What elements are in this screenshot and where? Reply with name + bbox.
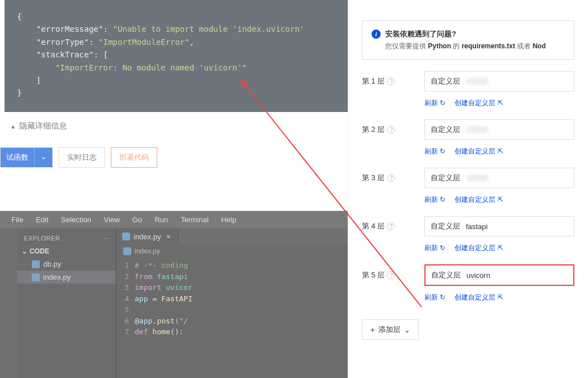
layer-3-label: 第 3 层 ? xyxy=(362,173,402,183)
deploy-code-button[interactable]: 部署代码 xyxy=(111,147,157,168)
test-function-label: 试函数 xyxy=(1,148,35,167)
realtime-log-button[interactable]: 实时日志 xyxy=(59,147,105,168)
refresh-link[interactable]: 刷新 ↻ xyxy=(424,293,445,302)
svg-rect-2 xyxy=(122,232,130,240)
info-title: 安装依赖遇到了问题? xyxy=(385,29,456,39)
help-icon[interactable]: ? xyxy=(387,271,395,279)
refresh-link[interactable]: 刷新 ↻ xyxy=(424,98,445,108)
create-layer-link[interactable]: 创建自定义层 ⇱ xyxy=(454,147,503,156)
layer-5-input[interactable]: 自定义层uvicorn xyxy=(424,264,574,286)
code-editor: File Edit Selection View Go Run Terminal… xyxy=(0,211,348,378)
create-layer-link[interactable]: 创建自定义层 ⇱ xyxy=(454,243,503,253)
layer-2-input[interactable]: 自定义层 xyxy=(424,119,574,140)
close-icon[interactable]: × xyxy=(164,232,172,241)
layer-1-label: 第 1 层 ? xyxy=(362,76,402,86)
help-icon[interactable]: ? xyxy=(387,222,395,230)
code-content[interactable]: 1# -*- coding 2from fastapi 3import uvic… xyxy=(116,257,348,338)
help-icon[interactable]: ? xyxy=(387,126,395,134)
tab-index-py[interactable]: index.py × xyxy=(116,228,178,245)
hide-details-toggle[interactable]: ▲ 隐藏详细信息 xyxy=(0,112,77,139)
refresh-link[interactable]: 刷新 ↻ xyxy=(424,243,445,253)
menu-edit[interactable]: Edit xyxy=(30,213,54,226)
info-box: i 安装依赖遇到了问题? 您仅需要提供 Python 的 requirement… xyxy=(362,20,574,60)
info-subtitle: 您仅需要提供 Python 的 requirements.txt 或者 Nod xyxy=(372,41,565,51)
help-icon[interactable]: ? xyxy=(387,174,395,182)
add-layer-button[interactable]: + 添加层 ⌄ xyxy=(362,319,419,340)
code-folder[interactable]: ⌄ CODE xyxy=(17,245,116,257)
file-db-py[interactable]: db.py xyxy=(17,257,116,271)
python-icon xyxy=(32,273,40,281)
activity-bar xyxy=(0,228,17,378)
create-layer-link[interactable]: 创建自定义层 ⇱ xyxy=(454,195,503,205)
triangle-up-icon: ▲ xyxy=(10,123,16,130)
layer-2-label: 第 2 层 ? xyxy=(362,124,402,135)
refresh-link[interactable]: 刷新 ↻ xyxy=(424,147,445,156)
menu-selection[interactable]: Selection xyxy=(55,213,97,226)
create-layer-link[interactable]: 创建自定义层 ⇱ xyxy=(454,98,503,108)
menu-terminal[interactable]: Terminal xyxy=(175,213,214,226)
svg-rect-1 xyxy=(32,273,40,281)
chevron-down-icon[interactable]: ⌄ xyxy=(35,148,52,167)
explorer-label: EXPLORER xyxy=(24,235,60,242)
plus-icon: + xyxy=(370,326,375,334)
file-index-py[interactable]: index.py xyxy=(17,271,116,284)
python-icon xyxy=(32,260,40,268)
chevron-down-icon: ⌄ xyxy=(22,247,27,255)
menu-view[interactable]: View xyxy=(98,213,126,226)
more-icon[interactable]: ··· xyxy=(103,235,109,242)
create-layer-link[interactable]: 创建自定义层 ⇱ xyxy=(454,293,503,302)
layer-3-input[interactable]: 自定义层 xyxy=(424,168,574,188)
explorer-panel: EXPLORER ··· ⌄ CODE db.py index.py xyxy=(17,228,116,378)
menu-file[interactable]: File xyxy=(6,213,29,226)
error-output: { "errorMessage": "Unable to import modu… xyxy=(5,0,348,112)
layer-4-input[interactable]: 自定义层fastapi xyxy=(424,216,574,236)
help-icon[interactable]: ? xyxy=(387,77,395,85)
python-icon xyxy=(122,232,130,240)
menu-run[interactable]: Run xyxy=(149,213,174,226)
svg-rect-0 xyxy=(32,260,40,268)
layer-5-label: 第 5 层 ? xyxy=(362,270,402,280)
right-panel: i 安装依赖遇到了问题? 您仅需要提供 Python 的 requirement… xyxy=(348,0,588,378)
refresh-link[interactable]: 刷新 ↻ xyxy=(424,195,445,205)
layer-4-label: 第 4 层 ? xyxy=(362,221,402,231)
layer-1-input[interactable]: 自定义层 xyxy=(424,71,574,92)
info-icon: i xyxy=(372,30,381,39)
chevron-down-icon: ⌄ xyxy=(404,326,410,334)
test-function-button[interactable]: 试函数 ⌄ xyxy=(0,147,53,168)
menu-go[interactable]: Go xyxy=(127,213,148,226)
editor-menubar: File Edit Selection View Go Run Terminal… xyxy=(0,211,348,228)
menu-help[interactable]: Help xyxy=(215,213,242,226)
hide-details-label: 隐藏详细信息 xyxy=(19,121,67,131)
python-icon xyxy=(123,247,131,255)
svg-rect-3 xyxy=(123,247,131,255)
breadcrumb: index.py xyxy=(116,245,348,257)
